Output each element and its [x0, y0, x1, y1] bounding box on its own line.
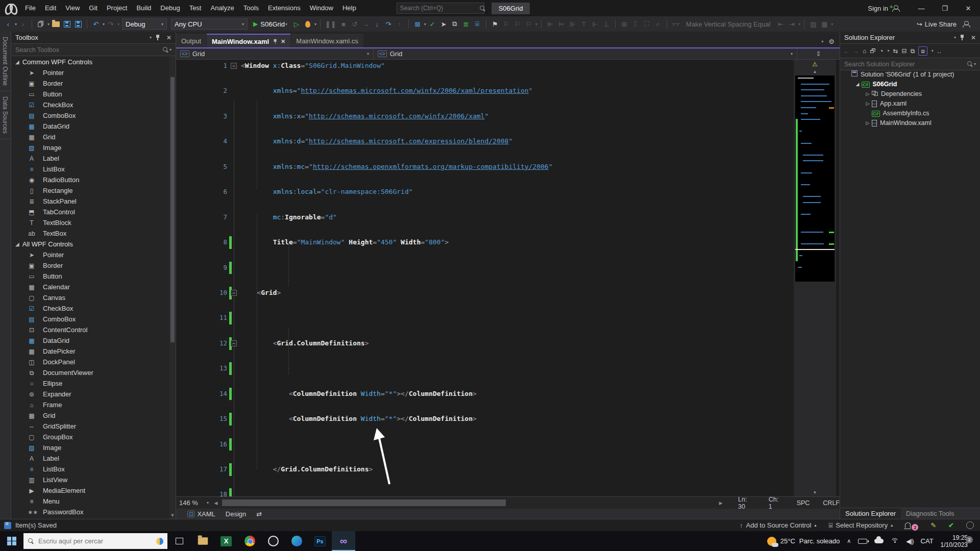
maximize-button[interactable]: ❐ — [933, 0, 957, 16]
solution-tree-item[interactable]: ▷Dependencies — [840, 89, 980, 98]
home-icon[interactable]: ⌂ — [863, 47, 866, 55]
toolbox-group-header[interactable]: ◢Common WPF Controls — [11, 57, 169, 67]
hot-reload-icon[interactable] — [303, 18, 313, 30]
scroll-up-icon[interactable]: ▲ — [794, 69, 836, 74]
solution-configurations-dropdown[interactable]: Debug▾ — [122, 18, 167, 30]
toolbox-item-image[interactable]: ▧Image — [11, 442, 169, 453]
solution-tree-item[interactable]: ▷<>MainWindow.xaml — [840, 118, 980, 128]
code-line[interactable]: 4 xmlns:d="http://schemas.microsoft.com/… — [176, 135, 794, 148]
toolbox-item-button[interactable]: ▭Button — [11, 89, 169, 99]
breadcrumb-left[interactable]: <> Grid▾ — [176, 48, 374, 59]
add-to-source-control-button[interactable]: ↑ Add to Source Control▴ — [740, 521, 816, 529]
taskbar-app-task-view[interactable] — [167, 531, 191, 551]
sign-in-button[interactable]: Sign in — [868, 5, 888, 12]
save-icon[interactable] — [62, 18, 72, 30]
toolbox-item-button[interactable]: ▭Button — [11, 271, 169, 282]
data-sources-tab[interactable]: Data Sources — [0, 91, 10, 139]
toolbox-item-combobox[interactable]: ▤ComboBox — [11, 314, 169, 324]
chevron-down-icon[interactable]: ▾ — [150, 35, 152, 40]
scroll-left-icon[interactable]: ◀ — [212, 500, 219, 506]
comment-icon[interactable]: ⌸ — [472, 18, 482, 30]
wifi-icon[interactable] — [891, 538, 899, 544]
close-icon[interactable]: ✕ — [971, 34, 976, 41]
toolbox-item-image[interactable]: ▧Image — [11, 142, 169, 153]
fold-collapse-icon[interactable]: − — [231, 340, 237, 346]
toolbox-item-frame[interactable]: ⌂Frame — [11, 399, 169, 410]
battery-icon[interactable] — [858, 539, 867, 544]
toolbox-item-checkbox[interactable]: ☑CheckBox — [11, 99, 169, 110]
chevron-down-icon[interactable]: ▾ — [821, 39, 823, 44]
solution-search-input[interactable] — [844, 61, 967, 68]
close-button[interactable]: ✕ — [957, 0, 980, 16]
toolbox-item-mediaelement[interactable]: ▶MediaElement — [11, 485, 169, 496]
gear-icon[interactable]: ⚙ — [828, 38, 835, 45]
toolbox-item-datepicker[interactable]: ▦DatePicker — [11, 346, 169, 357]
properties-icon[interactable]: ⧉ — [911, 47, 915, 55]
menu-item-debug[interactable]: Debug — [156, 0, 184, 16]
start-button[interactable] — [0, 531, 23, 551]
onedrive-icon[interactable] — [874, 539, 884, 543]
overflow-icon[interactable]: ‥ — [937, 47, 941, 55]
document-outline-icon[interactable]: ⧉ — [450, 18, 460, 30]
start-debugging-button[interactable]: ▶S06Grid▾ — [250, 18, 290, 30]
close-icon[interactable]: ✕ — [166, 34, 172, 41]
code-line[interactable]: 2 xmlns="http://schemas.microsoft.com/wi… — [176, 85, 794, 97]
minimap-scrollbar[interactable]: ⚠ ▲ ▼ — [794, 60, 836, 496]
minimize-button[interactable]: — — [910, 0, 933, 16]
taskbar-app-chrome[interactable] — [238, 531, 261, 551]
menu-item-project[interactable]: Project — [102, 0, 132, 16]
navigate-forward-icon[interactable]: › — [18, 18, 28, 30]
step-over-icon[interactable]: ↷ — [383, 18, 394, 30]
code-line[interactable]: 5 xmlns:mc="http://schemas.openxmlformat… — [176, 161, 794, 173]
taskbar-app-edge[interactable] — [285, 531, 308, 551]
toolbox-item-contentcontrol[interactable]: ⊡ContentControl — [11, 324, 169, 335]
toolbox-item-textblock[interactable]: TTextBlock — [11, 217, 169, 228]
bottom-tab-solution-explorer[interactable]: Solution Explorer — [840, 508, 901, 519]
fold-collapse-icon[interactable]: − — [231, 290, 237, 296]
solution-tree-item[interactable]: C#AssemblyInfo.cs — [840, 108, 980, 118]
toolbox-item-label[interactable]: ALabel — [11, 453, 169, 464]
toolbox-item-stackpanel[interactable]: ≣StackPanel — [11, 196, 169, 207]
toolbox-search-input[interactable] — [15, 46, 162, 54]
toolbox-item-label[interactable]: ALabel — [11, 153, 169, 164]
menu-item-file[interactable]: File — [20, 0, 40, 16]
document-tab-output[interactable]: Output — [176, 34, 206, 48]
menu-item-test[interactable]: Test — [185, 0, 206, 16]
feedback-icon[interactable]: ✎ — [930, 521, 936, 529]
toolbox-item-checkbox[interactable]: ☑CheckBox — [11, 303, 169, 314]
toolbox-item-grid[interactable]: ▦Grid — [11, 410, 169, 421]
menu-item-view[interactable]: View — [61, 0, 84, 16]
language-indicator[interactable]: CAT — [921, 537, 934, 545]
toolbox-group-header[interactable]: ◢All WPF Controls — [11, 239, 169, 249]
xml-editor-icon[interactable]: ⊠ — [412, 18, 423, 30]
toolbox-scrollbar[interactable]: ▼ — [169, 57, 176, 519]
toolbox-item-combobox[interactable]: ▤ComboBox — [11, 110, 169, 121]
toolbox-item-menu[interactable]: ≡Menu — [11, 496, 169, 507]
solution-tree-item[interactable]: Solution 'S06Grid' (1 of 1 project) — [840, 69, 980, 79]
solutions-folders-toggle-icon[interactable]: ⧈ — [918, 46, 927, 56]
document-tab-mainwindow.xaml.cs[interactable]: MainWindow.xaml.cs — [291, 34, 363, 48]
toolbox-item-groupbox[interactable]: ▢GroupBox — [11, 432, 169, 442]
chevron-collapsed-icon[interactable]: ▷ — [865, 101, 871, 106]
taskbar-app-excel[interactable]: X — [214, 531, 238, 551]
menu-item-analyze[interactable]: Analyze — [206, 0, 238, 16]
code-line[interactable]: 17 </Grid.ColumnDefinitions> — [176, 463, 794, 476]
volume-icon[interactable]: ◀)) — [906, 538, 913, 545]
navigate-back-icon[interactable]: ‹ — [3, 18, 13, 30]
toolbox-item-documentviewer[interactable]: ⧉DocumentViewer — [11, 367, 169, 378]
toolbox-item-calendar[interactable]: ▦Calendar — [11, 282, 169, 292]
menu-item-window[interactable]: Window — [305, 0, 338, 16]
toolbox-item-dockpanel[interactable]: ◫DockPanel — [11, 357, 169, 367]
solution-platforms-dropdown[interactable]: Any CPU▾ — [171, 18, 248, 30]
fold-collapse-icon[interactable]: − — [231, 63, 237, 69]
add-account-icon[interactable]: + — [892, 5, 899, 12]
toolbox-item-canvas[interactable]: ▢Canvas — [11, 292, 169, 303]
toolbox-item-border[interactable]: ▣Border — [11, 260, 169, 271]
toolbox-search[interactable]: ▾ — [11, 44, 176, 56]
open-file-icon[interactable] — [51, 18, 61, 30]
taskbar-app-dark-circle-app[interactable] — [261, 531, 285, 551]
menu-item-help[interactable]: Help — [338, 0, 361, 16]
undo-icon[interactable]: ↶ — [91, 18, 101, 30]
toolbox-item-tabcontrol[interactable]: ⬒TabControl — [11, 207, 169, 217]
chevron-collapsed-icon[interactable]: ▷ — [865, 91, 871, 96]
